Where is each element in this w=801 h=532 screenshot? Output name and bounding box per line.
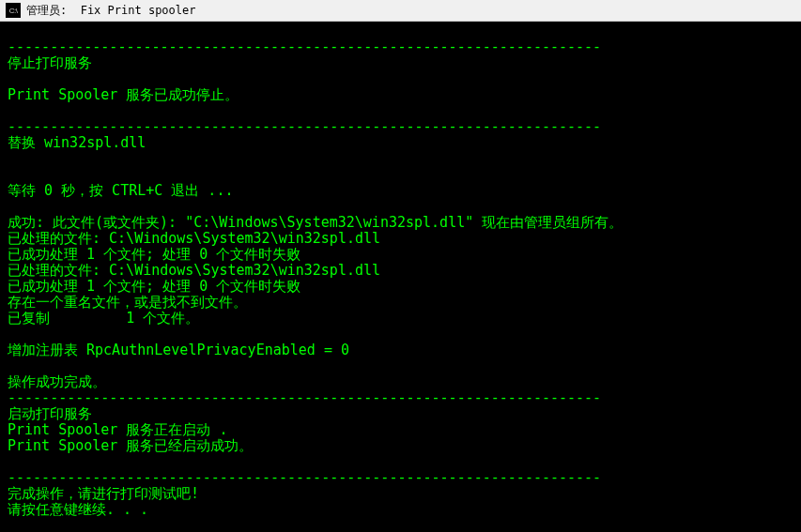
terminal-line: [8, 151, 793, 167]
terminal-output: ----------------------------------------…: [8, 23, 793, 518]
terminal-line: 已复制 1 个文件。: [8, 311, 793, 327]
terminal-line: 等待 0 秒，按 CTRL+C 退出 ...: [8, 183, 793, 199]
terminal-area[interactable]: ----------------------------------------…: [0, 22, 801, 532]
terminal-line: Print Spooler 服务已成功停止。: [8, 87, 793, 103]
terminal-line: ----------------------------------------…: [8, 470, 793, 486]
terminal-line: 成功: 此文件(或文件夹): "C:\Windows\System32\win3…: [8, 215, 793, 231]
terminal-line: [8, 103, 793, 119]
terminal-line: ----------------------------------------…: [8, 39, 793, 55]
terminal-line: 请按任意键继续. . .: [8, 502, 793, 518]
terminal-line: Print Spooler 服务正在启动 .: [8, 422, 793, 438]
terminal-line: 操作成功完成。: [8, 374, 793, 390]
terminal-line: [8, 327, 793, 342]
window-title: 管理员: Fix Print spooler: [26, 3, 196, 19]
terminal-line: ----------------------------------------…: [8, 390, 793, 406]
cmd-window: C:\ 管理员: Fix Print spooler -------------…: [0, 0, 801, 532]
terminal-line: 增加注册表 RpcAuthnLevelPrivacyEnabled = 0: [8, 342, 793, 358]
terminal-line: ----------------------------------------…: [8, 119, 793, 135]
terminal-line: [8, 454, 793, 470]
terminal-line: 停止打印服务: [8, 55, 793, 71]
terminal-line: 存在一个重名文件，或是找不到文件。: [8, 295, 793, 311]
titlebar[interactable]: C:\ 管理员: Fix Print spooler: [0, 0, 801, 22]
terminal-line: 已成功处理 1 个文件; 处理 0 个文件时失败: [8, 247, 793, 263]
terminal-line: 已成功处理 1 个文件; 处理 0 个文件时失败: [8, 279, 793, 295]
terminal-line: 启动打印服务: [8, 406, 793, 422]
terminal-line: 已处理的文件: C:\Windows\System32\win32spl.dll: [8, 263, 793, 279]
terminal-line: [8, 23, 793, 39]
cmd-icon: C:\: [6, 3, 21, 18]
terminal-line: [8, 167, 793, 183]
terminal-line: Print Spooler 服务已经启动成功。: [8, 438, 793, 454]
terminal-line: 完成操作，请进行打印测试吧!: [8, 486, 793, 502]
terminal-line: [8, 358, 793, 374]
terminal-line: 已处理的文件: C:\Windows\System32\win32spl.dll: [8, 231, 793, 247]
terminal-line: [8, 71, 793, 87]
terminal-line: 替换 win32spl.dll: [8, 135, 793, 151]
terminal-line: [8, 199, 793, 215]
